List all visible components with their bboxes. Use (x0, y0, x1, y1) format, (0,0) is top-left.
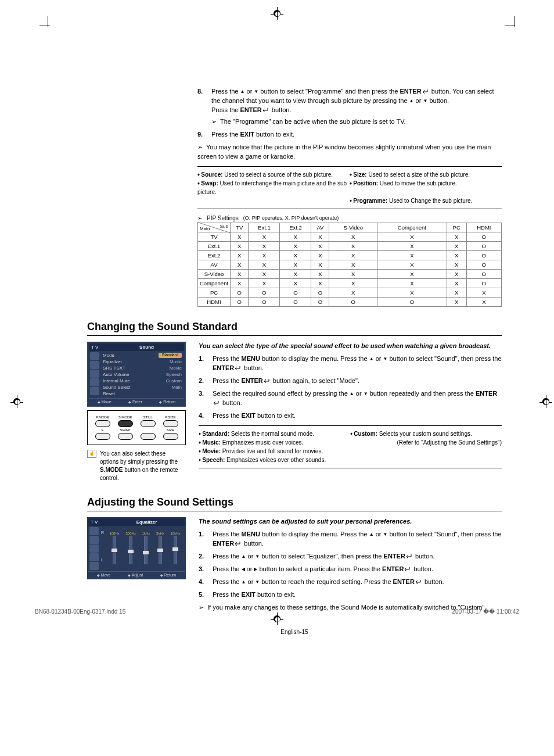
table-header: AV (311, 223, 329, 232)
pip-settings-legend: (O: PIP operates, X: PIP doesn't operate… (243, 215, 339, 221)
osd-row: Auto VolumeSpeech (103, 371, 182, 378)
table-row: Ext.1XXXXXXXO (198, 241, 502, 250)
table-header: HDMI (466, 223, 501, 232)
step-number: 9. (197, 130, 211, 139)
remote-preview: P.MODE S.MODE STILL P.SIZE E SWAP SIZE (87, 410, 186, 445)
osd-menu-icon (89, 544, 99, 553)
down-icon (383, 531, 387, 538)
osd-row: SRS TSXTMovie (103, 365, 182, 371)
up-icon (409, 97, 414, 104)
pip-note: You may notice that the picture in the P… (197, 143, 502, 162)
osd-menu-icon (89, 527, 99, 535)
enter-icon (422, 89, 430, 95)
step: 4.Press the EXIT button to exit. (199, 411, 502, 421)
enter-icon (213, 400, 221, 406)
osd-menu-icon (89, 562, 99, 570)
table-row: AVXXXXXXXO (198, 260, 502, 269)
eq-slider: 10kHz (171, 532, 181, 564)
down-icon (255, 553, 260, 560)
step-number: 8. (197, 87, 211, 127)
osd-row: EqualizerMusic (103, 359, 182, 365)
table-row: HDMIOOOOOOXX (198, 297, 502, 306)
section-title-sound: Changing the Sound Standard (87, 321, 502, 336)
table-header: PC (447, 223, 466, 232)
enter-icon (262, 108, 270, 113)
sound-modes-box: Standard: Selects the normal sound mode.… (199, 425, 502, 468)
right-icon (254, 565, 257, 572)
table-header: Ext.2 (280, 223, 311, 232)
registration-mark-left (10, 395, 23, 409)
crop-mark (505, 26, 515, 26)
step: 5.Press the EXIT button to exit. (199, 590, 502, 600)
arrow-icon: ➢ (197, 215, 202, 221)
step: 4.Press the or button to reach the requi… (199, 578, 502, 587)
down-icon (383, 355, 387, 362)
osd-menu-icon (89, 536, 99, 544)
step: 3.Select the required sound effect by pr… (199, 389, 502, 408)
step: 1.Press the MENU button to display the m… (199, 354, 502, 373)
table-header: TV (231, 223, 249, 232)
down-icon (255, 578, 260, 585)
table-row: Ext.2XXXXXXXO (198, 250, 502, 260)
enter-icon (404, 567, 412, 572)
eq-slider: 100Hz (109, 532, 119, 564)
osd-row: Sound SelectMain (103, 384, 182, 390)
table-row: S-VideoXXXXXXXO (198, 269, 502, 278)
crop-mark (39, 26, 50, 26)
up-icon (369, 531, 374, 538)
step: 1.Press the MENU button to display the m… (199, 530, 502, 549)
pip-compatibility-table: Sub Main TVExt.1Ext.2AVS-VideoComponentP… (197, 223, 502, 307)
up-icon (350, 390, 354, 397)
equalizer-osd-preview: T VEqualizer RL 100Hz300Hz1k (87, 517, 186, 579)
table-header: Component (377, 223, 447, 232)
registration-mark-top (271, 7, 283, 21)
sound-osd-preview: T VSound ModeStandardEqualizerMusicSRS T… (87, 342, 186, 407)
pip-options-box: Source: Used to select a source of the s… (197, 166, 502, 209)
enter-label: ENTER (400, 88, 422, 95)
table-row: ComponentXXXXXXXO (198, 278, 502, 288)
hand-icon: ☝ (87, 450, 96, 458)
osd-menu-icon (90, 361, 99, 369)
eq-slider: 1kHz (142, 532, 150, 564)
osd-row: Reset (103, 390, 182, 397)
note: The "Programme" can be active when the s… (211, 117, 502, 127)
enter-icon (234, 541, 242, 547)
step: 2.Press the or button to select "Equaliz… (199, 552, 502, 561)
step: 2.Press the ENTER button again, to selec… (199, 377, 502, 386)
table-row: TVXXXXXXXO (198, 232, 502, 241)
up-icon (242, 553, 246, 560)
section-title-adjust: Adjusting the Sound Settings (87, 496, 502, 511)
osd-menu-icon (90, 378, 99, 386)
registration-mark-right (539, 395, 552, 409)
step: 3.Press the or button to select a partic… (199, 565, 502, 574)
enter-icon (415, 579, 423, 585)
sound-intro: You can select the type of the special s… (199, 342, 502, 350)
page-number: English-15 (87, 629, 502, 635)
eq-slider: 300Hz (126, 532, 136, 564)
enter-icon (405, 554, 413, 560)
table-row: PCOOOOXXXX (198, 288, 502, 297)
footer-filename: BN68-01234B-00Eng-0317.indd 15 (35, 608, 125, 615)
osd-menu-icon (90, 352, 99, 360)
tip: ☝ You can also select these options by s… (87, 450, 186, 482)
enter-icon (263, 378, 271, 384)
adjust-intro: The sound settings can be adjusted to su… (199, 517, 502, 526)
up-icon (242, 578, 246, 585)
down-icon (364, 390, 368, 397)
eq-slider: 3kHz (156, 532, 164, 564)
left-icon (242, 565, 245, 572)
osd-menu-icon (90, 370, 99, 378)
pip-settings-title: PIP Settings (207, 215, 239, 221)
osd-row: Internal MuteCustom (103, 378, 182, 384)
step-9: 9. Press the EXIT button to exit. (197, 130, 502, 139)
osd-menu-icon (90, 387, 99, 395)
table-header: Ext.1 (249, 223, 280, 232)
footer-timestamp: 2007-03-17 �� 11:08:42 (452, 608, 519, 615)
osd-menu-icon (89, 553, 99, 561)
osd-row: ModeStandard (103, 352, 182, 359)
table-header: S-Video (329, 223, 377, 232)
step-8: 8. Press the or button to select "Progra… (197, 87, 502, 127)
enter-icon (234, 366, 242, 371)
up-icon (369, 355, 374, 362)
